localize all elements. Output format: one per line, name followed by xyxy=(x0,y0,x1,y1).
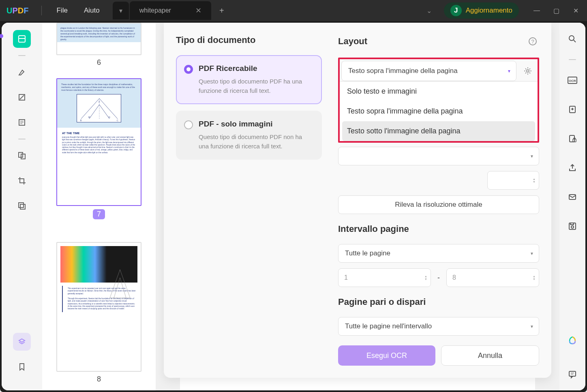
radio-images-only[interactable]: PDF - solo immagini Questo tipo di docum… xyxy=(176,111,322,160)
bookmarks-panel[interactable] xyxy=(13,358,31,376)
radio-description: Questo tipo di documento PDF ha una funz… xyxy=(199,77,313,95)
pen-icon xyxy=(17,93,26,102)
update-badge[interactable]: J Aggiornamento xyxy=(444,2,519,19)
share-icon xyxy=(568,163,577,172)
svg-text:OCR: OCR xyxy=(569,79,576,83)
radio-searchable-pdf[interactable]: PDF Ricercabile Questo tipo di documento… xyxy=(176,55,322,104)
pen-tool[interactable] xyxy=(13,88,31,106)
radio-description: Questo tipo di documento PDF non ha una … xyxy=(199,133,313,151)
layout-dropdown-list: Solo testo e immagini Testo sopra l'imma… xyxy=(340,81,538,141)
tab-list-dropdown[interactable]: ▾ xyxy=(113,2,129,19)
layout-option-text-over[interactable]: Testo sopra l'immagine della pagina xyxy=(340,101,538,121)
thumb-preview-text: plague broke out in London the following… xyxy=(60,27,137,41)
thumb-number-7: 7 xyxy=(93,209,105,219)
thumb-number-6: 6 xyxy=(54,58,144,67)
convert-icon xyxy=(568,105,577,114)
svg-line-21 xyxy=(574,40,576,42)
menu-aiuto[interactable]: Aiuto xyxy=(76,4,108,17)
thumbnail-page-7[interactable]: These studies laid the foundation for th… xyxy=(56,78,141,206)
page-range-select[interactable]: Tutte le pagine ▼ xyxy=(338,244,539,263)
help-button[interactable]: ? xyxy=(526,35,539,48)
redact-tool[interactable] xyxy=(13,197,31,215)
highlighter-icon xyxy=(17,68,26,77)
svg-text:A: A xyxy=(99,101,100,103)
ocr-panel: Tipo di documento PDF Ricercabile Questo… xyxy=(164,23,551,378)
save-button[interactable] xyxy=(563,217,581,235)
detect-resolution-button[interactable]: Rileva la risoluzione ottimale xyxy=(338,195,539,214)
radio-icon xyxy=(184,65,193,74)
range-from-input[interactable]: 1 ▲▼ xyxy=(338,268,431,287)
layout-option-text-under[interactable]: Testo sotto l'immagine della pagina xyxy=(342,121,535,141)
layout-select[interactable]: Testo sopra l'immagine della pagina ▼ xyxy=(341,61,516,81)
avatar: J xyxy=(450,5,462,16)
chevron-down-icon: ▼ xyxy=(507,69,511,73)
mail-icon xyxy=(568,193,577,201)
odd-even-select[interactable]: Tutte le pagine nell'intervallo ▼ xyxy=(338,317,539,336)
svg-text:N: N xyxy=(109,116,110,118)
ai-assistant-button[interactable] xyxy=(563,332,581,350)
svg-rect-31 xyxy=(569,371,576,376)
highlighter-tool[interactable] xyxy=(13,63,31,81)
svg-rect-30 xyxy=(570,223,574,225)
email-button[interactable] xyxy=(563,188,581,206)
share-button[interactable] xyxy=(563,159,581,177)
app-logo: UPDF xyxy=(6,6,28,15)
execute-ocr-button[interactable]: Esegui OCR xyxy=(338,345,435,366)
comment-icon xyxy=(568,370,577,379)
convert-button[interactable] xyxy=(563,101,581,118)
thumbnail-page-6[interactable]: plague broke out in London the following… xyxy=(56,23,141,55)
layout-option-text-images[interactable]: Solo testo e immagini xyxy=(340,81,538,101)
protect-button[interactable] xyxy=(563,130,581,148)
thumb-number-8: 8 xyxy=(54,375,144,383)
svg-point-20 xyxy=(569,36,574,41)
svg-text:M: M xyxy=(88,116,90,118)
tabs-overflow-icon[interactable]: ⌄ xyxy=(426,7,432,15)
spinner-icon[interactable]: ▲▼ xyxy=(533,178,536,183)
separator xyxy=(41,6,42,15)
separator xyxy=(18,55,26,56)
thumbnails-panel[interactable]: plague broke out in London the following… xyxy=(42,23,156,390)
thumbnails-tool[interactable] xyxy=(13,30,31,48)
layers-panel[interactable] xyxy=(13,333,31,351)
titlebar: UPDF File Aiuto ▾ whitepaper ✕ + ⌄ J Agg… xyxy=(0,0,587,21)
menu-file[interactable]: File xyxy=(48,4,75,17)
stack-icon xyxy=(17,337,26,346)
language-select[interactable]: ▼ xyxy=(338,147,539,165)
save-icon xyxy=(568,222,577,231)
crop-tool[interactable] xyxy=(13,172,31,190)
ocr-button[interactable]: OCR xyxy=(563,71,581,89)
svg-text:C: C xyxy=(117,119,118,122)
thumb-preview-text: everyone thought that white light was pu… xyxy=(62,136,136,154)
prism-diagram-icon xyxy=(106,266,134,302)
settings-button[interactable] xyxy=(521,64,534,77)
organize-tool[interactable] xyxy=(13,147,31,165)
pages-icon xyxy=(17,151,26,160)
svg-point-29 xyxy=(571,226,574,228)
page-range-title: Intervallo pagine xyxy=(338,224,539,234)
range-separator: - xyxy=(437,274,440,282)
comment-button[interactable] xyxy=(563,365,581,383)
search-button[interactable] xyxy=(563,30,581,48)
chevron-down-icon: ▼ xyxy=(530,154,534,159)
range-to-input[interactable]: 8 ▲▼ xyxy=(446,268,539,287)
separator xyxy=(569,59,576,60)
text-tool[interactable] xyxy=(13,114,31,131)
dpi-input[interactable]: ▲▼ xyxy=(487,171,539,190)
svg-text:B: B xyxy=(80,119,82,122)
radio-icon xyxy=(184,120,193,129)
chevron-down-icon: ▼ xyxy=(530,251,534,256)
spinner-icon[interactable]: ▲▼ xyxy=(533,275,536,281)
input-value: 1 xyxy=(344,274,348,281)
minimize-button[interactable]: — xyxy=(532,6,542,15)
close-tab-icon[interactable]: ✕ xyxy=(195,6,201,15)
chevron-down-icon: ▼ xyxy=(530,324,534,329)
close-button[interactable]: ✕ xyxy=(571,6,581,15)
thumbnail-page-8[interactable]: This experiment can be repeated over and… xyxy=(56,242,141,372)
layers-icon xyxy=(17,201,26,210)
add-tab-button[interactable]: + xyxy=(211,6,232,15)
spinner-icon[interactable]: ▲▼ xyxy=(424,275,427,281)
cancel-button[interactable]: Annulla xyxy=(441,345,539,366)
document-tab[interactable]: whitepaper ✕ xyxy=(130,1,211,20)
text-block-icon xyxy=(17,118,26,127)
maximize-button[interactable]: ▢ xyxy=(551,6,561,15)
